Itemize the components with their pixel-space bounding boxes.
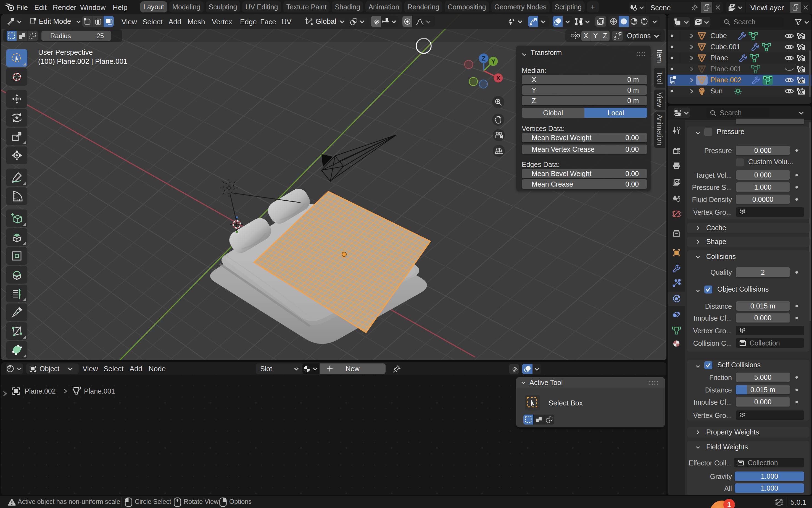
- svg-text:X: X: [496, 75, 500, 82]
- svg-text:Y: Y: [491, 58, 495, 65]
- svg-text:Z: Z: [482, 55, 485, 62]
